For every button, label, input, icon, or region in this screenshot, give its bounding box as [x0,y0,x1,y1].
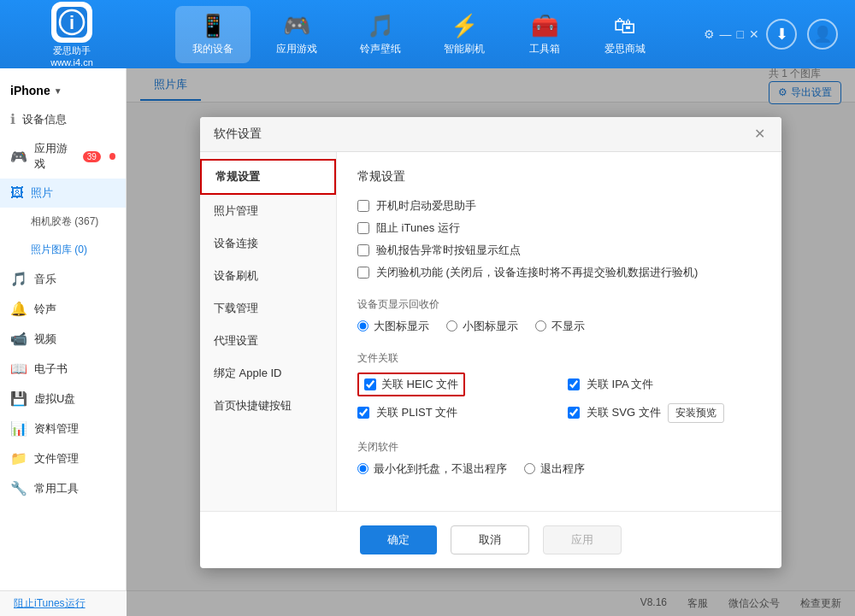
nav-toolbox[interactable]: 🧰 工具箱 [510,6,579,63]
minimize-tray-radio[interactable] [357,463,369,474]
sidebar-item-device-info[interactable]: ℹ 设备信息 [0,104,126,134]
no-display-radio[interactable] [535,320,546,331]
modal-sidebar-device-conn[interactable]: 设备连接 [200,227,336,260]
auto-start-label: 开机时启动爱思助手 [376,198,476,214]
cancel-button[interactable]: 取消 [451,525,529,554]
block-itunes-status[interactable]: 阻止iTunes运行 [14,596,86,611]
no-display-row[interactable]: 不显示 [535,319,585,334]
large-icon-label: 大图标显示 [374,319,429,334]
modal-sidebar-general[interactable]: 常规设置 [200,159,336,195]
sidebar-item-file-mgmt[interactable]: 📁 文件管理 [0,443,126,473]
content-area: 照片库 共 1 个图库 ⚙ 导出设置 软件设置 ✕ [127,68,855,616]
logo-icon: i [51,2,92,43]
show-red-dot-checkbox[interactable] [357,244,369,256]
sidebar-ebooks-label: 电子书 [34,361,68,377]
flash-icon: ⚡ [451,13,478,39]
sidebar-item-tools[interactable]: 🔧 常用工具 [0,473,126,503]
sidebar-music-label: 音乐 [34,272,56,287]
exit-row[interactable]: 退出程序 [524,461,585,477]
sidebar-item-apps[interactable]: 🎮 应用游戏 39 [0,134,126,179]
nav-ringtones[interactable]: 🎵 铃声壁纸 [343,6,418,63]
photos-icon: 🖼 [10,185,24,201]
sidebar-item-music[interactable]: 🎵 音乐 [0,264,126,294]
folder-icon: 📁 [10,450,27,466]
maximize-btn[interactable]: □ [737,27,744,41]
file-assoc-label: 文件关联 [357,351,761,366]
close-btn[interactable]: ✕ [749,27,759,41]
sidebar-photos-label: 照片 [31,185,53,201]
tools-icon: 🔧 [10,480,27,496]
sidebar-data-label: 资料管理 [34,421,79,437]
nav-apps-games[interactable]: 🎮 应用游戏 [259,6,334,63]
exit-radio[interactable] [524,463,535,474]
minimize-tray-row[interactable]: 最小化到托盘，不退出程序 [357,461,507,477]
sidebar-item-ringtones[interactable]: 🔔 铃声 [0,294,126,324]
data-icon: 📊 [10,420,27,437]
sidebar-item-virtual-usb[interactable]: 💾 虚拟U盘 [0,384,126,414]
no-display-label: 不显示 [551,319,585,334]
sidebar-item-photos[interactable]: 🖼 照片 [0,179,126,208]
small-icon-row[interactable]: 小图标显示 [446,319,518,334]
install-preview-button[interactable]: 安装预览 [668,403,724,423]
apps-icon: 🎮 [283,13,310,39]
modal-sidebar-device-flash[interactable]: 设备刷机 [200,260,336,292]
plist-item: 关联 PLIST 文件 [357,403,551,423]
nav-store[interactable]: 🛍 爱思商城 [587,6,663,63]
heic-checkbox-area: 关联 HEIC 文件 [357,373,465,396]
close-section-label: 关闭软件 [357,440,761,455]
apps-dot [109,153,115,160]
modal-apple-id-label: 绑定 Apple ID [214,367,281,379]
modal-sidebar-download-mgmt[interactable]: 下载管理 [200,292,336,325]
disable-verify-checkbox[interactable] [357,267,369,279]
sidebar-camera-roll[interactable]: 相机胶卷 (367) [31,208,126,236]
video-icon: 📹 [10,331,27,347]
nav-my-device[interactable]: 📱 我的设备 [175,6,251,63]
top-right-buttons: ⬇ 👤 [766,19,838,50]
plist-checkbox[interactable] [357,407,369,419]
large-icon-radio[interactable] [357,320,369,331]
music-icon: 🎵 [10,271,27,287]
modal-close-button[interactable]: ✕ [751,126,768,143]
minimize-btn[interactable]: — [720,27,732,41]
sidebar-photo-library[interactable]: 照片图库 (0) [31,236,126,264]
info-icon: ℹ [10,111,15,127]
file-assoc-grid: 关联 HEIC 文件 关联 IPA 文件 [357,373,761,423]
large-icon-row[interactable]: 大图标显示 [357,319,429,334]
svg-item: 关联 SVG 文件 安装预览 [568,403,761,423]
download-btn[interactable]: ⬇ [766,19,797,50]
modal-sidebar-proxy[interactable]: 代理设置 [200,325,336,357]
nav-flash-label: 智能刷机 [444,42,485,56]
ipa-checkbox[interactable] [568,378,580,390]
user-btn[interactable]: 👤 [807,19,838,50]
device-name: iPhone [10,84,50,97]
sidebar-item-videos[interactable]: 📹 视频 [0,324,126,354]
display-section-label: 设备页显示回收价 [357,297,761,312]
block-itunes-checkbox[interactable] [357,222,369,234]
modal-footer: 确定 取消 应用 [200,511,781,568]
sidebar-item-ebooks[interactable]: 📖 电子书 [0,354,126,384]
settings-btn[interactable]: ⚙ [704,27,715,41]
apply-button[interactable]: 应用 [543,525,622,554]
modal-sidebar-shortcuts[interactable]: 首页快捷键按钮 [200,390,336,422]
app-name: 爱思助手 [53,44,91,57]
heic-checkbox[interactable] [364,378,376,390]
settings-modal: 软件设置 ✕ 常规设置 照片管理 设备连接 [200,117,781,568]
window-controls: ⚙ — □ ✕ [704,27,759,41]
sidebar-videos-label: 视频 [34,331,56,347]
close-group: 关闭软件 最小化到托盘，不退出程序 退出程序 [357,440,761,477]
auto-start-checkbox[interactable] [357,200,369,212]
svg-checkbox[interactable] [568,407,580,419]
small-icon-radio[interactable] [446,320,457,331]
nav-ringtones-label: 铃声壁纸 [360,42,401,56]
photo-library-label: 照片图库 (0) [31,243,87,257]
modal-download-label: 下载管理 [214,302,258,314]
modal-sidebar-apple-id[interactable]: 绑定 Apple ID [200,357,336,390]
modal-titlebar: 软件设置 ✕ [200,117,781,152]
chevron-down-icon: ▼ [54,86,62,96]
sidebar-item-data-mgmt[interactable]: 📊 资料管理 [0,414,126,443]
modal-section-title: 常规设置 [357,169,761,185]
modal-sidebar-photo-mgmt[interactable]: 照片管理 [200,195,336,227]
nav-smart-flash[interactable]: ⚡ 智能刷机 [427,6,502,63]
sidebar-device-header[interactable]: iPhone ▼ [0,77,126,104]
confirm-button[interactable]: 确定 [360,525,437,554]
